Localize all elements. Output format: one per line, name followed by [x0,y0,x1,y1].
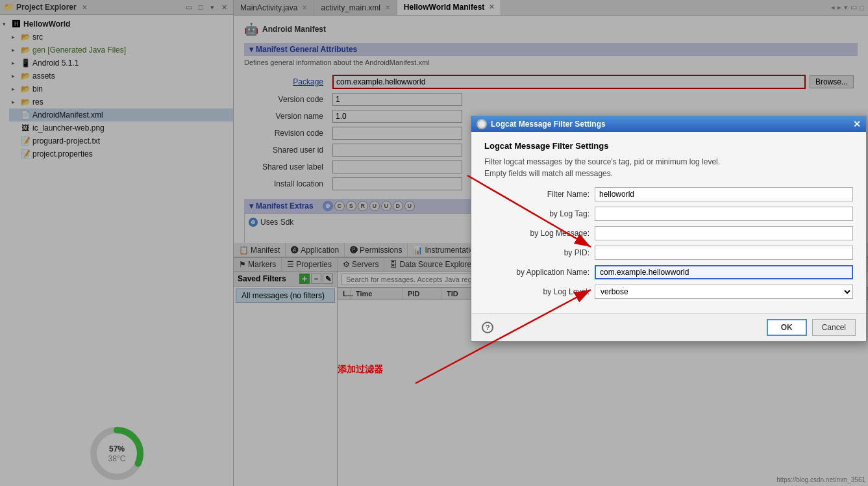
pid-input[interactable] [595,246,853,260]
modal-overlay[interactable]: ⚙ Logcat Message Filter Settings ✕ Logca… [0,0,868,486]
pid-label: by PID: [484,248,595,257]
dialog-body: Logcat Message Filter Settings Filter lo… [471,132,866,313]
log-level-row: by Log Level: verbose debug info warn er… [484,285,853,299]
pid-row: by PID: [484,246,853,260]
app-name-row: by Application Name: [484,265,853,279]
filter-name-label: Filter Name: [484,190,595,199]
filter-name-row: Filter Name: [484,187,853,201]
dialog-help: ? [482,322,493,333]
dialog-title-text: Logcat Message Filter Settings [491,120,853,129]
ok-button[interactable]: OK [767,319,807,336]
log-message-row: by Log Message: [484,226,853,240]
dialog-description: Filter logcat messages by the source's t… [484,156,853,179]
log-level-select[interactable]: verbose debug info warn error assert [595,285,853,299]
log-message-label: by Log Message: [484,229,595,238]
filter-name-input[interactable] [595,187,853,201]
app-name-label: by Application Name: [484,268,595,277]
logcat-filter-dialog: ⚙ Logcat Message Filter Settings ✕ Logca… [471,116,867,342]
log-message-input[interactable] [595,226,853,240]
dialog-footer: ? OK Cancel [471,313,866,341]
log-level-label: by Log Level: [484,287,595,296]
log-tag-row: by Log Tag: [484,207,853,221]
cancel-button[interactable]: Cancel [812,319,856,336]
log-tag-label: by Log Tag: [484,209,595,218]
dialog-heading: Logcat Message Filter Settings [484,141,853,151]
dialog-titlebar: ⚙ Logcat Message Filter Settings ✕ [471,116,866,132]
dialog-close-button[interactable]: ✕ [853,119,861,129]
log-tag-input[interactable] [595,207,853,221]
app-name-input[interactable] [595,265,853,279]
dialog-buttons: OK Cancel [767,319,856,336]
dialog-title-icon: ⚙ [477,119,487,129]
help-icon[interactable]: ? [482,322,493,333]
